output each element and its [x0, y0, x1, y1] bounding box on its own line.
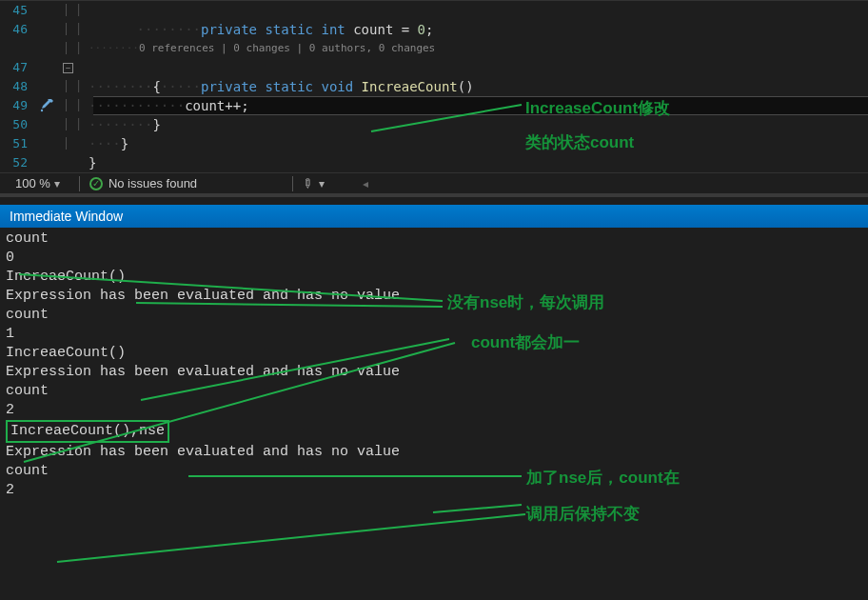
immediate-window-header[interactable]: Immediate Window: [0, 205, 868, 228]
brush-icon[interactable]: ✎: [299, 174, 316, 191]
svg-line-8: [57, 514, 525, 562]
chevron-down-icon: ▾: [54, 177, 60, 190]
editor-statusbar: 100 %▾ ✓ No issues found ✎▾ ◂: [0, 172, 868, 197]
immediate-line: 2: [6, 401, 862, 420]
codelens[interactable]: ········0 references | 0 changes | 0 aut…: [89, 39, 435, 58]
outline-toggle[interactable]: −: [60, 58, 89, 77]
svg-point-0: [41, 110, 43, 111]
chevron-down-icon: ▾: [319, 177, 325, 190]
line-number: 52: [0, 153, 33, 172]
line-number: 47: [0, 58, 33, 77]
immediate-line: IncreaeCount(): [6, 268, 862, 287]
marker-gutter: [33, 1, 60, 20]
immediate-line: 1: [6, 325, 862, 344]
immediate-line: Expression has been evaluated and has no…: [6, 443, 862, 462]
immediate-window[interactable]: count 0 IncreaeCount() Expression has be…: [0, 228, 868, 519]
line-number: 45: [0, 1, 33, 20]
immediate-line-highlighted: IncreaeCount(),nse: [6, 420, 169, 443]
line-number: 48: [0, 77, 33, 96]
code-line: ············count++;: [89, 96, 249, 115]
immediate-line: Expression has been evaluated and has no…: [6, 287, 862, 306]
outline-gutter: │ │: [60, 1, 89, 20]
immediate-line: count: [6, 306, 862, 325]
immediate-line: 0: [6, 249, 862, 268]
code-line: ········private static int count = 0;: [89, 1, 433, 20]
eyedropper-icon[interactable]: [33, 96, 60, 115]
immediate-line: Expression has been evaluated and has no…: [6, 363, 862, 382]
scroll-left-icon[interactable]: ◂: [363, 177, 368, 190]
immediate-line: 2: [6, 481, 862, 500]
immediate-line: count: [6, 382, 862, 401]
code-editor[interactable]: 45 │ │ ········private static int count …: [0, 0, 868, 172]
line-number: 49: [0, 96, 33, 115]
code-line: ····}: [89, 134, 128, 153]
code-line: ········}: [89, 115, 161, 134]
check-circle-icon: ✓: [89, 177, 103, 190]
code-line: }: [89, 153, 96, 172]
immediate-line: count: [6, 462, 862, 481]
immediate-line: IncreaeCount(): [6, 344, 862, 363]
code-line: ········{: [89, 77, 161, 96]
zoom-dropdown[interactable]: 100 %▾: [6, 176, 69, 190]
code-line: ········private static void IncreaeCount…: [89, 58, 474, 77]
line-number: 50: [0, 115, 33, 134]
immediate-line: count: [6, 230, 862, 249]
line-number: 46: [0, 20, 33, 39]
line-number: 51: [0, 134, 33, 153]
issues-status: No issues found: [108, 176, 197, 190]
